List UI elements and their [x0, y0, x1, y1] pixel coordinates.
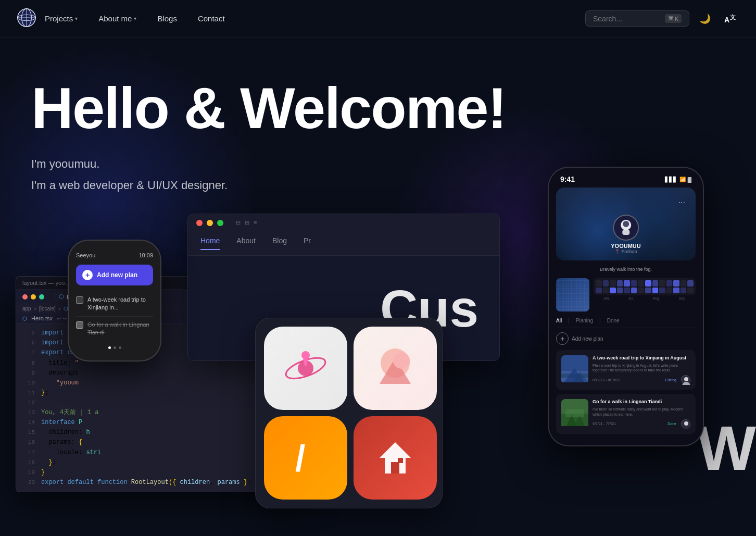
traffic-light-red[interactable] — [196, 220, 203, 226]
translate-button[interactable]: A文 — [721, 9, 739, 28]
phone-tab-planing[interactable]: Planing — [576, 318, 593, 326]
watch-time: 10:09 — [138, 252, 153, 258]
svg-point-27 — [684, 377, 688, 381]
phone-more-button[interactable]: ··· — [678, 198, 685, 207]
watch-todo-text-2: Go for a walk in Lingnan Tian di — [87, 321, 153, 337]
search-kbd-hint: ⌘ K — [665, 14, 682, 23]
nav-contact-label: Contact — [198, 14, 225, 23]
nav-projects-label: Projects — [45, 14, 73, 23]
phone-signal-icons: ▋▋▋ 📶 ▓ — [665, 177, 691, 182]
watch-todo-item-2[interactable]: Go for a walk in Lingnan Tian di — [76, 317, 153, 341]
kbd-modifier: ⌘ — [668, 15, 674, 22]
post-thumb-2 — [561, 399, 588, 426]
hero-title: Hello & Welcome! — [31, 79, 725, 138]
post-1-avatar — [681, 375, 690, 384]
phone-activity-grid — [594, 278, 696, 295]
post-2-desc: I've been so inthralie lately and went o… — [593, 407, 690, 417]
phone-tab-all[interactable]: All — [556, 318, 562, 326]
phone-avatar-img — [613, 215, 639, 241]
post-1-status: Editing — [663, 378, 679, 382]
watch-dot-1 — [108, 346, 111, 349]
svg-rect-16 — [398, 458, 403, 463]
post-2-avatar — [681, 419, 690, 429]
svg-point-35 — [684, 421, 688, 426]
battery-icon: ▓ — [688, 177, 691, 182]
about-chevron-icon: ▾ — [134, 16, 136, 21]
dark-mode-toggle[interactable]: 🌙 — [696, 9, 714, 28]
post-2-content: Go for a walk in Lingnan Tiandi I've bee… — [593, 399, 690, 428]
phone-status-bar: 9:41 ▋▋▋ 📶 ▓ — [556, 175, 696, 183]
svg-rect-20 — [622, 230, 629, 235]
nav-item-about[interactable]: About me ▾ — [90, 10, 145, 27]
app-icon-slash[interactable]: / — [264, 416, 347, 500]
location-pin-icon: 📍 — [614, 249, 620, 254]
browser-nav-home[interactable]: Home — [200, 236, 220, 250]
watch-add-plan-button[interactable]: + Add new plan — [76, 265, 153, 285]
moon-icon: 🌙 — [699, 13, 711, 24]
nav-item-blogs[interactable]: Blogs — [149, 10, 185, 27]
traffic-light-yellow[interactable] — [207, 220, 213, 226]
browser-nav: Home About Blog Pr — [188, 231, 499, 256]
svg-rect-33 — [565, 409, 584, 417]
watch-add-plan-label: Add new plan — [97, 271, 137, 279]
browser-nav-blog[interactable]: Blog — [272, 236, 287, 250]
phone-post-1[interactable]: A two-week road trip to Xinjiang in Augu… — [556, 350, 696, 390]
editor-tab-icon-2 — [31, 294, 36, 300]
translate-icon: A文 — [724, 14, 736, 24]
nav-item-contact[interactable]: Contact — [190, 10, 233, 27]
signal-icon: ▋▋▋ — [665, 177, 677, 182]
wifi-icon: 📶 — [679, 177, 686, 182]
phone-username: YOOUMUU — [611, 243, 640, 249]
phone-header: ··· YOOUMUU 📍 Foshan — [556, 188, 696, 260]
phone-location: 📍 Foshan — [611, 249, 640, 254]
editor-tab-icon-3 — [39, 294, 44, 300]
nav-blogs-label: Blogs — [157, 14, 177, 23]
apps-grid-card[interactable]: / — [255, 318, 443, 508]
nav-item-projects[interactable]: Projects ▾ — [36, 10, 86, 27]
phone-add-plan-icon: + — [556, 332, 569, 345]
watch-dot-3 — [119, 346, 121, 349]
phone-post-2[interactable]: Go for a walk in Lingnan Tiandi I've bee… — [556, 394, 696, 433]
browser-titlebar: ⊟⊞≡ — [188, 214, 499, 231]
watch-todo-item-1[interactable]: A two-week road trip to Xinjiang in... — [76, 292, 153, 317]
svg-point-19 — [623, 221, 629, 227]
phone-tabs: All | Planing | Done — [556, 316, 696, 328]
browser-nav-about[interactable]: About — [236, 236, 256, 250]
post-1-desc: Plan a road trip to Xinjiang in August, … — [593, 363, 690, 373]
svg-point-5 — [18, 8, 35, 26]
phone-tab-done[interactable]: Done — [607, 318, 620, 326]
watch-notification: Seeyou — [76, 252, 95, 258]
phone-clock: 9:41 — [560, 175, 575, 183]
watch-checkbox-2[interactable] — [76, 321, 83, 329]
phone-map-thumbnail[interactable] — [556, 278, 589, 311]
post-thumb-1 — [561, 355, 588, 382]
app-icon-gradient[interactable] — [354, 327, 437, 410]
nav-about-label: About me — [98, 14, 132, 23]
svg-point-12 — [393, 352, 410, 369]
watch-checkbox-1[interactable] — [76, 296, 83, 304]
traffic-light-green[interactable] — [217, 220, 223, 226]
post-2-status: Done — [665, 421, 679, 426]
editor-window-title: layout.tsx — yoo... — [22, 280, 69, 286]
browser-nav-pr[interactable]: Pr — [304, 236, 311, 250]
svg-rect-15 — [391, 462, 399, 473]
search-box[interactable]: Search... ⌘ K — [585, 10, 689, 27]
editor-tab-icon-1 — [22, 294, 28, 300]
phone-activity-section: Jun. Jul. Aug. Sep. — [556, 278, 696, 311]
kbd-key: K — [675, 16, 678, 22]
watch-status-bar: Seeyou 10:09 — [76, 252, 153, 258]
logo[interactable] — [17, 8, 36, 30]
post-1-date: 8/12/22 - 8/19/22 — [593, 378, 620, 382]
post-2-meta: 9/7/21 - 7/7/21 Done — [593, 419, 690, 429]
projects-chevron-icon: ▾ — [75, 16, 78, 21]
watch-dot-2 — [114, 346, 116, 349]
nav-links: Projects ▾ About me ▾ Blogs Contact — [36, 10, 585, 27]
app-icon-orbit[interactable] — [264, 327, 347, 410]
app-icon-home[interactable] — [354, 416, 437, 500]
watch-card[interactable]: Seeyou 10:09 + Add new plan A two-week r… — [68, 240, 161, 362]
activity-month-labels: Jun. Jul. Aug. Sep. — [594, 295, 696, 301]
watch-add-icon: + — [82, 270, 93, 280]
nav-right: Search... ⌘ K 🌙 A文 — [585, 9, 739, 28]
phone-add-plan[interactable]: + Add new plan — [556, 332, 696, 345]
phone-card[interactable]: 9:41 ▋▋▋ 📶 ▓ ··· — [548, 167, 704, 446]
